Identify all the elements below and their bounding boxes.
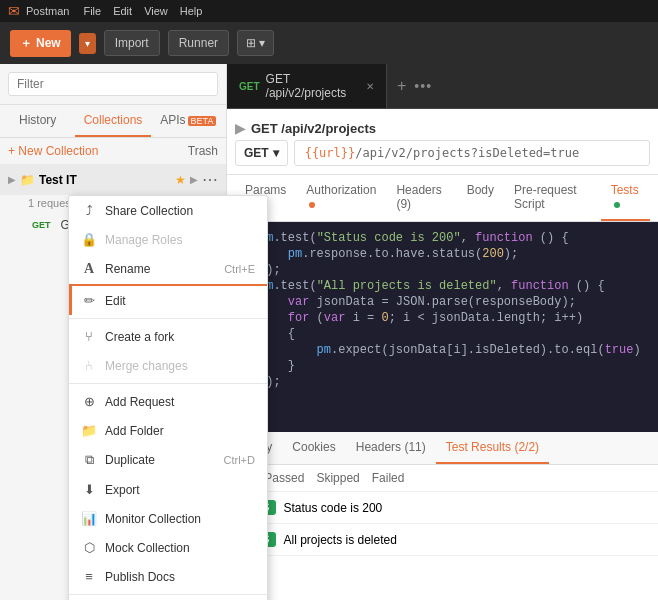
menu-monitor-collection[interactable]: 📊 Monitor Collection xyxy=(69,504,267,533)
lock-icon: 🔒 xyxy=(81,232,97,247)
resp-tab-cookies[interactable]: Cookies xyxy=(282,432,345,464)
code-line-12: 12 xyxy=(227,406,658,422)
mock-icon: ⬡ xyxy=(81,540,97,555)
menu-mock-collection[interactable]: ⬡ Mock Collection xyxy=(69,533,267,562)
code-editor[interactable]: 1 pm.test("Status code is 200", function… xyxy=(227,222,658,432)
code-line-8: i 8 pm.expect(jsonData[i].isDeleted).to.… xyxy=(227,342,658,358)
fork-icon: ⑂ xyxy=(81,329,97,344)
code-line-7: 7 { xyxy=(227,326,658,342)
menu-share-collection[interactable]: ⤴ Share Collection xyxy=(69,196,267,225)
filter-failed[interactable]: Failed xyxy=(372,471,405,485)
menu-export[interactable]: ⬇ Export xyxy=(69,475,267,504)
menu-edit[interactable]: Edit xyxy=(113,5,132,17)
new-tab-button[interactable]: + xyxy=(397,77,406,95)
menu-manage-roles[interactable]: 🔒 Manage Roles xyxy=(69,225,267,254)
sidebar-actions: + New Collection Trash xyxy=(0,138,226,164)
code-line-4: 4 pm.test("All projects is deleted", fun… xyxy=(227,278,658,294)
menu-edit[interactable]: ✏ Edit xyxy=(69,286,267,315)
star-icon[interactable]: ★ xyxy=(175,173,186,187)
new-button[interactable]: ＋ New xyxy=(10,30,71,57)
url-arrow-icon: ▶ xyxy=(235,121,245,136)
merge-icon: ⑃ xyxy=(81,358,97,373)
app-icon: ✉ xyxy=(8,3,20,19)
filter-skipped[interactable]: Skipped xyxy=(316,471,359,485)
test-result-item-2: PASS All projects is deleted xyxy=(227,524,658,556)
code-line-6: 6 for (var i = 0; i < jsonData.length; i… xyxy=(227,310,658,326)
menu-add-request[interactable]: ⊕ Add Request xyxy=(69,387,267,416)
tab-close-icon[interactable]: ✕ xyxy=(366,81,374,92)
tab-authorization[interactable]: Authorization xyxy=(296,175,386,221)
test-filter-bar: All Passed Skipped Failed xyxy=(227,465,658,492)
runner-button[interactable]: Runner xyxy=(168,30,229,56)
menu-add-folder[interactable]: 📁 Add Folder xyxy=(69,416,267,445)
url-input[interactable]: {{url}}/api/v2/projects?isDeleted=true xyxy=(294,140,650,166)
tab-more-button[interactable]: ••• xyxy=(414,78,432,94)
tab-pre-request-script[interactable]: Pre-request Script xyxy=(504,175,601,221)
menu-view[interactable]: View xyxy=(144,5,168,17)
resp-tab-test-results[interactable]: Test Results (2/2) xyxy=(436,432,549,464)
url-input-row: GET ▾ {{url}}/api/v2/projects?isDeleted=… xyxy=(235,140,650,166)
new-collection-button[interactable]: + New Collection xyxy=(8,144,98,158)
request-tab[interactable]: GET GET /api/v2/projects ✕ xyxy=(227,64,387,108)
tab-method-badge: GET xyxy=(239,81,260,92)
tab-tests[interactable]: Tests xyxy=(601,175,650,221)
edit-icon: ✏ xyxy=(81,293,97,308)
request-tabs: Params Authorization Headers (9) Body Pr… xyxy=(227,175,658,222)
tab-headers[interactable]: Headers (9) xyxy=(386,175,456,221)
add-request-icon: ⊕ xyxy=(81,394,97,409)
context-menu: ⤴ Share Collection 🔒 Manage Roles A Rena… xyxy=(68,195,268,600)
main-area: History Collections APIsBETA + New Colle… xyxy=(0,64,658,600)
tab-apis[interactable]: APIsBETA xyxy=(151,105,226,137)
toolbar: ＋ New ▾ Import Runner ⊞ ▾ xyxy=(0,22,658,64)
new-dropdown-button[interactable]: ▾ xyxy=(79,33,96,54)
more-icon[interactable]: ⋯ xyxy=(202,170,218,189)
response-tabs: Body Cookies Headers (11) Test Results (… xyxy=(227,432,658,465)
tests-dot xyxy=(614,202,620,208)
code-line-2: 2 pm.response.to.have.status(200); xyxy=(227,246,658,262)
rename-icon: A xyxy=(81,261,97,277)
menu-help[interactable]: Help xyxy=(180,5,203,17)
collection-item[interactable]: ▶ 📁 Test IT ★ ▶ ⋯ xyxy=(0,164,226,195)
resp-tab-headers[interactable]: Headers (11) xyxy=(346,432,436,464)
url-area: ▶ GET /api/v2/projects GET ▾ {{url}}/api… xyxy=(227,109,658,175)
right-panel: GET GET /api/v2/projects ✕ + ••• ▶ GET /… xyxy=(227,64,658,600)
trash-button[interactable]: Trash xyxy=(188,144,218,158)
code-line-1: 1 pm.test("Status code is 200", function… xyxy=(227,230,658,246)
layout-button[interactable]: ⊞ ▾ xyxy=(237,30,274,56)
tab-actions: + ••• xyxy=(387,77,442,95)
divider-1 xyxy=(69,318,267,319)
publish-icon: ≡ xyxy=(81,569,97,584)
title-bar: ✉ Postman File Edit View Help xyxy=(0,0,658,22)
menu-file[interactable]: File xyxy=(83,5,101,17)
code-line-3: 3 }); xyxy=(227,262,658,278)
test-label-1: Status code is 200 xyxy=(284,501,383,515)
search-input[interactable] xyxy=(8,72,218,96)
share-icon: ⤴ xyxy=(81,203,97,218)
import-button[interactable]: Import xyxy=(104,30,160,56)
auth-dot xyxy=(309,202,315,208)
tab-collections[interactable]: Collections xyxy=(75,105,150,137)
code-line-5: 5 var jsonData = JSON.parse(responseBody… xyxy=(227,294,658,310)
request-tab-bar: GET GET /api/v2/projects ✕ + ••• xyxy=(227,64,658,109)
tab-body[interactable]: Body xyxy=(457,175,504,221)
menu-merge-changes[interactable]: ⑃ Merge changes xyxy=(69,351,267,380)
menu-publish-docs[interactable]: ≡ Publish Docs xyxy=(69,562,267,591)
code-line-9: 9 } xyxy=(227,358,658,374)
menu-create-fork[interactable]: ⑂ Create a fork xyxy=(69,322,267,351)
menu-rename[interactable]: A Rename Ctrl+E xyxy=(69,254,267,284)
test-label-2: All projects is deleted xyxy=(284,533,397,547)
method-badge-get: GET xyxy=(28,219,55,231)
menu-duplicate[interactable]: ⧉ Duplicate Ctrl+D xyxy=(69,445,267,475)
plus-icon: ＋ xyxy=(20,35,32,52)
collection-name: Test IT xyxy=(39,173,171,187)
tab-history[interactable]: History xyxy=(0,105,75,137)
add-folder-icon: 📁 xyxy=(81,423,97,438)
divider-2 xyxy=(69,383,267,384)
title-menu: File Edit View Help xyxy=(83,5,202,17)
method-select[interactable]: GET ▾ xyxy=(235,140,288,166)
code-line-11: 11 xyxy=(227,390,658,406)
test-results: PASS Status code is 200 PASS All project… xyxy=(227,492,658,556)
method-chevron-icon: ▾ xyxy=(273,146,279,160)
export-icon: ⬇ xyxy=(81,482,97,497)
filter-passed[interactable]: Passed xyxy=(264,471,304,485)
